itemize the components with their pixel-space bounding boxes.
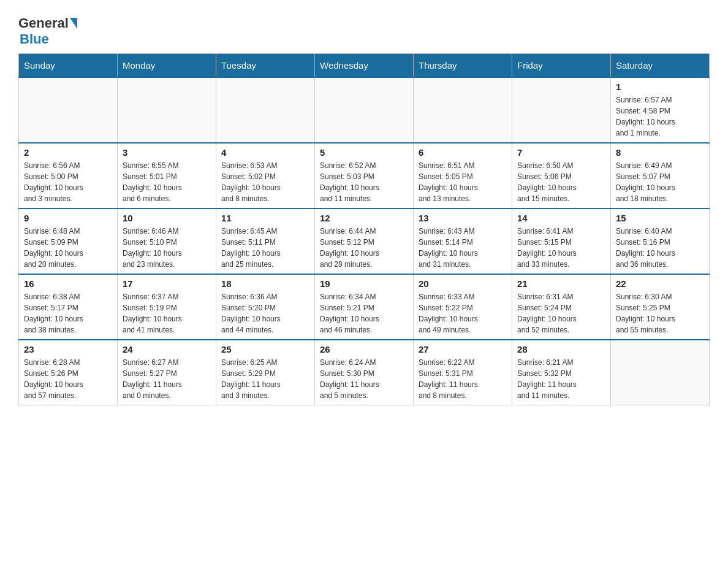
day-number: 18 [221,278,309,289]
calendar-cell: 13Sunrise: 6:43 AM Sunset: 5:14 PM Dayli… [414,209,512,274]
day-number: 9 [24,213,112,223]
day-number: 28 [517,344,605,354]
day-number: 16 [24,278,112,289]
day-sun-info: Sunrise: 6:49 AM Sunset: 5:07 PM Dayligh… [616,160,704,204]
page-header: General Blue [18,12,710,47]
calendar-cell: 16Sunrise: 6:38 AM Sunset: 5:17 PM Dayli… [19,274,118,340]
calendar-cell: 8Sunrise: 6:49 AM Sunset: 5:07 PM Daylig… [611,143,710,209]
calendar-cell: 24Sunrise: 6:27 AM Sunset: 5:27 PM Dayli… [118,340,216,405]
day-sun-info: Sunrise: 6:45 AM Sunset: 5:11 PM Dayligh… [221,226,309,270]
calendar-cell: 25Sunrise: 6:25 AM Sunset: 5:29 PM Dayli… [216,340,315,405]
day-number: 5 [320,147,408,158]
day-sun-info: Sunrise: 6:37 AM Sunset: 5:19 PM Dayligh… [123,291,211,335]
calendar-cell: 21Sunrise: 6:31 AM Sunset: 5:24 PM Dayli… [512,274,611,340]
day-sun-info: Sunrise: 6:40 AM Sunset: 5:16 PM Dayligh… [616,226,704,270]
day-number: 6 [419,147,507,158]
day-number: 4 [221,147,309,158]
day-number: 3 [123,147,211,158]
day-of-week-header: Thursday [414,54,512,78]
calendar-cell: 11Sunrise: 6:45 AM Sunset: 5:11 PM Dayli… [216,209,315,274]
day-sun-info: Sunrise: 6:52 AM Sunset: 5:03 PM Dayligh… [320,160,408,204]
day-sun-info: Sunrise: 6:53 AM Sunset: 5:02 PM Dayligh… [221,160,309,204]
calendar-cell: 22Sunrise: 6:30 AM Sunset: 5:25 PM Dayli… [611,274,710,340]
calendar-cell [118,77,216,143]
day-number: 14 [517,213,605,223]
calendar-cell: 3Sunrise: 6:55 AM Sunset: 5:01 PM Daylig… [118,143,216,209]
day-of-week-header: Wednesday [315,54,414,78]
day-number: 20 [419,278,507,289]
day-sun-info: Sunrise: 6:57 AM Sunset: 4:58 PM Dayligh… [616,94,704,139]
day-sun-info: Sunrise: 6:41 AM Sunset: 5:15 PM Dayligh… [517,226,605,270]
day-sun-info: Sunrise: 6:36 AM Sunset: 5:20 PM Dayligh… [221,291,309,335]
calendar-cell: 20Sunrise: 6:33 AM Sunset: 5:22 PM Dayli… [414,274,512,340]
day-sun-info: Sunrise: 6:34 AM Sunset: 5:21 PM Dayligh… [320,291,408,335]
calendar-week-row: 1Sunrise: 6:57 AM Sunset: 4:58 PM Daylig… [19,77,710,143]
day-sun-info: Sunrise: 6:48 AM Sunset: 5:09 PM Dayligh… [24,226,112,270]
day-number: 15 [616,213,704,223]
calendar-cell [216,77,315,143]
day-sun-info: Sunrise: 6:38 AM Sunset: 5:17 PM Dayligh… [24,291,112,335]
day-of-week-header: Monday [118,54,216,78]
calendar-cell: 23Sunrise: 6:28 AM Sunset: 5:26 PM Dayli… [19,340,118,405]
calendar-cell: 26Sunrise: 6:24 AM Sunset: 5:30 PM Dayli… [315,340,414,405]
calendar-cell: 4Sunrise: 6:53 AM Sunset: 5:02 PM Daylig… [216,143,315,209]
day-number: 13 [419,213,507,223]
day-number: 26 [320,344,408,354]
day-number: 1 [616,82,704,92]
day-number: 11 [221,213,309,223]
calendar-cell: 6Sunrise: 6:51 AM Sunset: 5:05 PM Daylig… [414,143,512,209]
calendar-week-row: 16Sunrise: 6:38 AM Sunset: 5:17 PM Dayli… [19,274,710,340]
logo-triangle-icon [70,18,77,29]
calendar-week-row: 2Sunrise: 6:56 AM Sunset: 5:00 PM Daylig… [19,143,710,209]
day-sun-info: Sunrise: 6:55 AM Sunset: 5:01 PM Dayligh… [123,160,211,204]
day-number: 25 [221,344,309,354]
calendar-cell: 18Sunrise: 6:36 AM Sunset: 5:20 PM Dayli… [216,274,315,340]
calendar-week-row: 9Sunrise: 6:48 AM Sunset: 5:09 PM Daylig… [19,209,710,274]
day-sun-info: Sunrise: 6:44 AM Sunset: 5:12 PM Dayligh… [320,226,408,270]
day-number: 10 [123,213,211,223]
day-number: 21 [517,278,605,289]
calendar-cell: 27Sunrise: 6:22 AM Sunset: 5:31 PM Dayli… [414,340,512,405]
day-sun-info: Sunrise: 6:27 AM Sunset: 5:27 PM Dayligh… [123,357,211,401]
calendar-cell: 9Sunrise: 6:48 AM Sunset: 5:09 PM Daylig… [19,209,118,274]
logo: General Blue [18,12,78,47]
day-number: 2 [24,147,112,158]
day-number: 22 [616,278,704,289]
day-sun-info: Sunrise: 6:21 AM Sunset: 5:32 PM Dayligh… [517,357,605,401]
day-number: 12 [320,213,408,223]
calendar-cell [512,77,611,143]
calendar-cell: 5Sunrise: 6:52 AM Sunset: 5:03 PM Daylig… [315,143,414,209]
calendar-cell: 1Sunrise: 6:57 AM Sunset: 4:58 PM Daylig… [611,77,710,143]
day-of-week-header: Sunday [19,54,118,78]
day-number: 8 [616,147,704,158]
calendar-cell: 28Sunrise: 6:21 AM Sunset: 5:32 PM Dayli… [512,340,611,405]
calendar-cell: 17Sunrise: 6:37 AM Sunset: 5:19 PM Dayli… [118,274,216,340]
day-sun-info: Sunrise: 6:22 AM Sunset: 5:31 PM Dayligh… [419,357,507,401]
day-sun-info: Sunrise: 6:46 AM Sunset: 5:10 PM Dayligh… [123,226,211,270]
day-number: 27 [419,344,507,354]
day-sun-info: Sunrise: 6:56 AM Sunset: 5:00 PM Dayligh… [24,160,112,204]
calendar-cell [611,340,710,405]
day-number: 19 [320,278,408,289]
day-sun-info: Sunrise: 6:25 AM Sunset: 5:29 PM Dayligh… [221,357,309,401]
day-sun-info: Sunrise: 6:28 AM Sunset: 5:26 PM Dayligh… [24,357,112,401]
day-sun-info: Sunrise: 6:50 AM Sunset: 5:06 PM Dayligh… [517,160,605,204]
calendar-cell: 15Sunrise: 6:40 AM Sunset: 5:16 PM Dayli… [611,209,710,274]
day-number: 24 [123,344,211,354]
day-number: 7 [517,147,605,158]
logo-blue-text: Blue [20,31,49,47]
logo-general-text: General [18,15,78,31]
day-sun-info: Sunrise: 6:30 AM Sunset: 5:25 PM Dayligh… [616,291,704,335]
calendar-table: SundayMondayTuesdayWednesdayThursdayFrid… [18,53,710,405]
day-of-week-header: Saturday [611,54,710,78]
day-sun-info: Sunrise: 6:24 AM Sunset: 5:30 PM Dayligh… [320,357,408,401]
calendar-cell: 19Sunrise: 6:34 AM Sunset: 5:21 PM Dayli… [315,274,414,340]
day-of-week-header: Tuesday [216,54,315,78]
calendar-cell: 12Sunrise: 6:44 AM Sunset: 5:12 PM Dayli… [315,209,414,274]
calendar-cell: 2Sunrise: 6:56 AM Sunset: 5:00 PM Daylig… [19,143,118,209]
day-sun-info: Sunrise: 6:51 AM Sunset: 5:05 PM Dayligh… [419,160,507,204]
logo-general-word: General [18,15,69,31]
day-of-week-header: Friday [512,54,611,78]
day-number: 17 [123,278,211,289]
calendar-week-row: 23Sunrise: 6:28 AM Sunset: 5:26 PM Dayli… [19,340,710,405]
